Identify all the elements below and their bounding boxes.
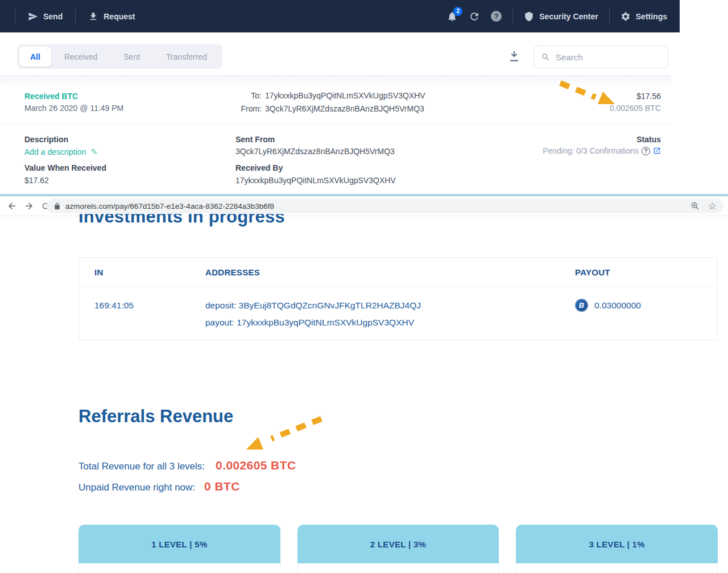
level-1-body	[78, 563, 280, 573]
investments-heading: Investments in progress	[78, 214, 420, 226]
send-label: Send	[43, 12, 63, 21]
description-label: Description	[24, 135, 68, 144]
back-icon[interactable]	[7, 201, 17, 211]
transaction-filter-tabs: All Received Sent Transferred	[17, 44, 222, 69]
fiat-amount: $17.56	[636, 92, 661, 101]
btc-amount: 0.002605 BTC	[610, 104, 661, 113]
from-label: From:	[235, 104, 262, 113]
tab-all[interactable]: All	[19, 47, 51, 67]
col-header-addresses: ADDRESSES	[205, 267, 575, 277]
add-description-button[interactable]: Add a description✎	[24, 147, 98, 157]
shield-icon	[524, 11, 534, 22]
status-value: Pending: 0/3 Confirmations	[543, 146, 639, 155]
screenshot-root: Send Request 2 ? Security Center	[0, 0, 728, 573]
payout-address-line: payout: 17ykxxkpBu3yqPQitNLmSXVkUgpSV3QX…	[205, 314, 575, 331]
wallet-navbar: Send Request 2 ? Security Center	[0, 0, 680, 32]
request-label: Request	[104, 12, 135, 21]
sent-from-address: 3Qck7LyR6XjMZdszaz8nBAnzBJQH5VrMQ3	[235, 147, 395, 156]
from-address: 3Qck7LyR6XjMZdszaz8nBAnzBJQH5VrMQ3	[265, 104, 425, 113]
annotation-arrow-revenue	[236, 411, 330, 459]
level-2-header: 2 LEVEL | 3%	[297, 525, 499, 563]
bookmark-star-icon[interactable]: ☆	[708, 201, 717, 211]
sent-from-label: Sent From	[235, 135, 275, 144]
settings-button[interactable]: Settings	[621, 11, 667, 22]
table-row: 169:41:05 deposit: 3ByEuj8TQGdQZcnGNvJFK…	[79, 287, 717, 331]
received-by-address: 17ykxxkpBu3yqPQitNLmSXVkUgpSV3QXHV	[235, 176, 396, 185]
status-value-row: Pending: 0/3 Confirmations ?	[543, 146, 661, 155]
unpaid-revenue-value: 0 BTC	[204, 480, 240, 493]
divider	[0, 123, 671, 124]
forward-icon[interactable]	[24, 201, 34, 211]
cell-addresses: deposit: 3ByEuj8TQGdQZcnGNvJFKgTLR2HAZBJ…	[205, 297, 575, 331]
investments-heading-clipped: Investments in progress	[78, 214, 420, 226]
value-when-received: $17.62	[24, 176, 49, 185]
notification-badge: 2	[453, 7, 462, 16]
security-center-button[interactable]: Security Center	[524, 11, 598, 22]
address-bar[interactable]: azmorels.com/pay/667d15b7-e1e3-4aca-8362…	[47, 199, 723, 213]
level-card-3: 3 LEVEL | 1%	[516, 525, 718, 573]
col-header-in: IN	[94, 267, 205, 277]
deposit-address-line: deposit: 3ByEuj8TQGdQZcnGNvJFKgTLR2HAZBJ…	[205, 297, 575, 314]
payout-amount: 0.03000000	[594, 297, 641, 314]
zoom-icon[interactable]	[690, 201, 700, 211]
cell-payout: B 0.03000000	[575, 297, 717, 331]
divider	[75, 9, 76, 24]
settings-label: Settings	[636, 12, 667, 21]
total-revenue-label: Total Revenue for all 3 levels:	[78, 461, 205, 472]
tab-sent[interactable]: Sent	[110, 47, 153, 67]
level-2-body	[297, 563, 499, 573]
request-button[interactable]: Request	[88, 11, 135, 22]
unpaid-revenue-row: Unpaid Revenue right now: 0 BTC	[78, 480, 240, 493]
download-icon	[88, 11, 98, 22]
value-when-received-label: Value When Received	[24, 163, 106, 172]
question-circle-icon[interactable]: ?	[642, 147, 650, 155]
referral-levels: 1 LEVEL | 5% 2 LEVEL | 3% 3 LEVEL | 1%	[78, 525, 718, 573]
external-link-icon[interactable]	[653, 147, 661, 155]
level-card-1: 1 LEVEL | 5%	[78, 525, 280, 573]
pencil-icon: ✎	[90, 147, 98, 157]
refresh-icon[interactable]	[469, 11, 480, 22]
table-header-row: IN ADDRESSES PAYOUT	[79, 258, 717, 287]
unpaid-revenue-label: Unpaid Revenue right now:	[78, 482, 195, 493]
search-icon	[541, 52, 551, 62]
received-by-label: Received By	[235, 163, 283, 172]
referrals-heading: Referrals Revenue	[78, 406, 233, 427]
tab-received[interactable]: Received	[51, 47, 110, 67]
total-revenue-row: Total Revenue for all 3 levels: 0.002605…	[78, 459, 296, 472]
status-label: Status	[636, 135, 661, 144]
level-1-header: 1 LEVEL | 5%	[78, 525, 280, 563]
send-button[interactable]: Send	[28, 11, 63, 22]
col-header-payout: PAYOUT	[575, 267, 717, 277]
divider	[15, 9, 15, 24]
list-header-band	[0, 75, 671, 85]
notifications-button[interactable]: 2	[446, 11, 458, 22]
to-address: 17ykxxkpBu3yqPQitNLmSXVkUgpSV3QXHV	[265, 91, 425, 100]
investments-table: IN ADDRESSES PAYOUT 169:41:05 deposit: 3…	[78, 257, 718, 340]
level-3-header: 3 LEVEL | 1%	[516, 525, 718, 563]
gear-icon	[621, 11, 631, 22]
send-icon	[28, 11, 38, 22]
to-label: To:	[235, 91, 262, 100]
search-box	[533, 46, 668, 68]
cell-timer: 169:41:05	[94, 297, 205, 331]
url-text: azmorels.com/pay/667d15b7-e1e3-4aca-8362…	[65, 202, 686, 211]
bitcoin-icon: B	[575, 299, 588, 312]
level-card-2: 2 LEVEL | 3%	[297, 525, 499, 573]
transaction-type[interactable]: Received BTC	[24, 91, 78, 101]
transaction-date: March 26 2020 @ 11:49 PM	[24, 104, 123, 113]
export-download-button[interactable]	[508, 50, 520, 63]
divider	[609, 9, 610, 24]
total-revenue-value: 0.002605 BTC	[216, 459, 296, 472]
transaction-addresses: To: 17ykxxkpBu3yqPQitNLmSXVkUgpSV3QXHV F…	[235, 91, 425, 113]
divider	[512, 9, 513, 24]
level-3-body	[516, 563, 718, 573]
lock-icon	[53, 203, 61, 210]
tab-transferred[interactable]: Transferred	[153, 47, 220, 67]
browser-toolbar: azmorels.com/pay/667d15b7-e1e3-4aca-8362…	[0, 196, 728, 216]
security-center-label: Security Center	[539, 12, 598, 21]
help-icon[interactable]: ?	[491, 11, 502, 22]
search-input[interactable]	[556, 52, 661, 62]
